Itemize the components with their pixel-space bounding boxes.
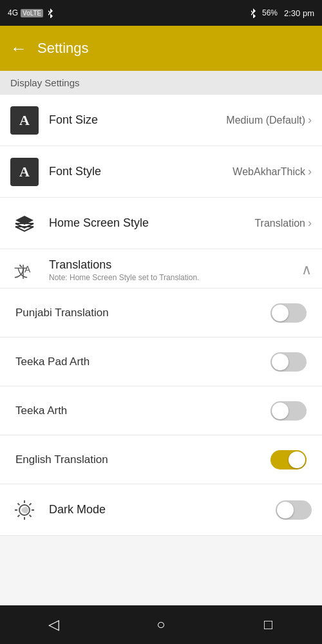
svg-line-11 xyxy=(18,503,20,505)
layers-icon xyxy=(10,209,39,238)
teeka-pad-arth-label: Teeka Pad Arth xyxy=(15,355,270,368)
svg-line-13 xyxy=(30,503,32,505)
svg-text:A: A xyxy=(24,264,31,274)
volte-indicator: VoLTE xyxy=(21,9,43,17)
display-settings-header: Display Settings xyxy=(0,71,322,95)
svg-line-14 xyxy=(18,515,20,516)
teeka-arth-item: Teeka Arth xyxy=(0,386,322,435)
translations-section-header[interactable]: 文 A Translations Note: Home Screen Style… xyxy=(0,249,322,289)
english-translation-knob xyxy=(289,451,305,468)
punjabi-translation-toggle[interactable] xyxy=(270,303,307,323)
nav-recent-button[interactable]: □ xyxy=(249,605,288,644)
app-bar-title: Settings xyxy=(37,40,89,57)
punjabi-translation-label: Punjabi Translation xyxy=(15,307,270,319)
dark-mode-toggle[interactable] xyxy=(276,500,312,520)
battery-text: 56% xyxy=(262,8,278,17)
status-right: 56% 2:30 pm xyxy=(249,8,314,18)
dark-mode-icon xyxy=(10,496,39,524)
font-style-value: WebAkharThick xyxy=(232,166,305,178)
teeka-pad-arth-item: Teeka Pad Arth xyxy=(0,337,322,386)
nav-home-button[interactable]: ○ xyxy=(142,605,180,644)
font-size-value: Medium (Default) xyxy=(226,115,305,126)
teeka-arth-knob xyxy=(272,402,289,419)
translations-header-text: Translations Note: Home Screen Style set… xyxy=(49,258,301,282)
font-style-chevron: › xyxy=(308,165,312,178)
settings-list: A Font Size Medium (Default) › A Font St… xyxy=(0,95,322,249)
nav-bar: ◁ ○ □ xyxy=(0,605,322,644)
home-screen-style-value: Translation xyxy=(254,218,305,229)
home-screen-style-label: Home Screen Style xyxy=(49,216,254,230)
dark-mode-label: Dark Mode xyxy=(49,503,276,516)
translations-toggle-list: Punjabi Translation Teeka Pad Arth Teeka… xyxy=(0,289,322,484)
teeka-arth-toggle[interactable] xyxy=(270,401,307,421)
translations-note: Note: Home Screen Style set to Translati… xyxy=(49,273,301,282)
font-size-icon: A xyxy=(10,106,39,135)
app-bar: ← Settings xyxy=(0,26,322,71)
dark-mode-item: Dark Mode xyxy=(0,484,322,536)
teeka-pad-arth-knob xyxy=(272,354,289,370)
status-bar: 4G VoLTE 56% 2:30 pm xyxy=(0,0,322,26)
english-translation-label: English Translation xyxy=(15,453,270,466)
svg-line-12 xyxy=(30,515,32,516)
teeka-pad-arth-toggle[interactable] xyxy=(270,352,307,372)
signal-icons xyxy=(46,8,55,18)
translations-title: Translations xyxy=(49,258,301,272)
font-style-icon: A xyxy=(10,158,39,186)
translate-icon: 文 A xyxy=(10,256,39,284)
english-translation-toggle[interactable] xyxy=(270,450,307,469)
teeka-arth-label: Teeka Arth xyxy=(15,404,270,417)
punjabi-translation-item: Punjabi Translation xyxy=(0,289,322,337)
font-style-label: Font Style xyxy=(49,165,232,178)
bluetooth-icon xyxy=(249,8,257,18)
dark-mode-knob xyxy=(277,502,294,518)
nav-back-button[interactable]: ◁ xyxy=(34,605,73,644)
font-size-chevron: › xyxy=(308,113,312,127)
punjabi-translation-knob xyxy=(272,305,289,321)
font-size-item[interactable]: A Font Size Medium (Default) › xyxy=(0,95,322,146)
time-display: 2:30 pm xyxy=(284,8,314,18)
network-indicator: 4G xyxy=(8,8,18,17)
back-button[interactable]: ← xyxy=(10,39,27,59)
font-size-label: Font Size xyxy=(49,113,226,127)
translations-collapse-icon: ∧ xyxy=(301,261,312,278)
status-left: 4G VoLTE xyxy=(8,8,55,18)
font-style-item[interactable]: A Font Style WebAkharThick › xyxy=(0,146,322,198)
english-translation-item: English Translation xyxy=(0,435,322,484)
home-screen-style-chevron: › xyxy=(308,216,312,230)
home-screen-style-item[interactable]: Home Screen Style Translation › xyxy=(0,198,322,249)
